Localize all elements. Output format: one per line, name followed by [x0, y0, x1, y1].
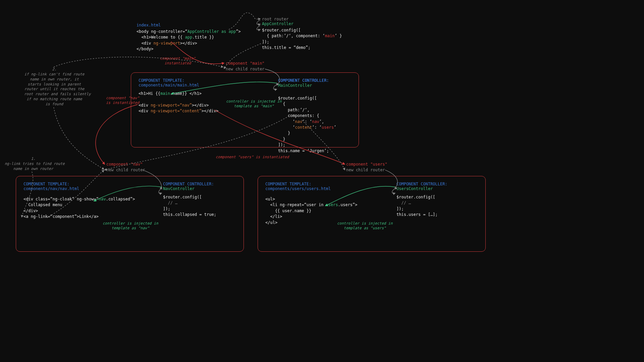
- nav-controller-code: $router.config([ // … ]); this.collapsed…: [163, 194, 216, 218]
- app-controller-label: AppController: [262, 21, 356, 26]
- label-new-child-router-users: new child router: [346, 168, 385, 172]
- users-template-heading: COMPONENT TEMPLATE: components/users/use…: [265, 182, 358, 191]
- index-html-code: <body ng-controller=“AppController as ap…: [137, 29, 240, 52]
- nav-template-code: <div class=“ng-cloak” ng-show=“nav.colla…: [23, 196, 135, 220]
- main-controller-code: $router.config([ { path:’/‘, components:…: [278, 96, 336, 154]
- label-component-users-instantiated: component "users" is instantiated: [216, 155, 289, 160]
- root-router-block: root router AppController $router.config…: [262, 17, 356, 51]
- box-main: COMPONENT TEMPLATE: components/main/main…: [131, 72, 359, 147]
- box-users: COMPONENT TEMPLATE: components/users/use…: [258, 176, 486, 252]
- root-router-label: root router: [262, 17, 356, 21]
- main-template-heading: COMPONENT TEMPLATE: components/main/main…: [139, 78, 218, 87]
- label-ctrl-injected-nav: controller is injected in template as "n…: [103, 221, 158, 231]
- label-new-child-router-main: new child router: [226, 67, 265, 71]
- note-2: 2. if ng-link can't find route name in o…: [24, 67, 85, 107]
- label-component-users: component "users": [346, 162, 387, 167]
- box-nav: COMPONENT TEMPLATE: components/nav/nav.h…: [16, 176, 244, 252]
- main-template-code: <h1>Hi {{main.name}} </h1> <div ng-viewp…: [139, 91, 218, 114]
- root-router-code: $router.config([ { path:’/‘, component: …: [262, 27, 356, 51]
- label-new-child-router-nav: new child router: [106, 168, 145, 172]
- users-controller-code: $router.config([ // … ]); this.users = […: [396, 194, 447, 218]
- users-controller-section: COMPONENT CONTROLLER: UsersController $r…: [396, 182, 447, 218]
- nav-controller-section: COMPONENT CONTROLLER: NavController $rou…: [163, 182, 216, 218]
- index-html-block: index.html <body ng-controller=“AppContr…: [137, 23, 240, 52]
- nav-template-section: COMPONENT TEMPLATE: components/nav/nav.h…: [23, 182, 135, 220]
- label-component-main: component "main": [226, 61, 265, 66]
- label-ctrl-injected-users: controller is injected in template as "u…: [337, 221, 393, 231]
- index-html-title: index.html: [137, 23, 240, 27]
- note-1: 1. ng-link tries to find route name in o…: [5, 157, 62, 172]
- nav-template-heading: COMPONENT TEMPLATE: components/nav/nav.h…: [23, 182, 135, 191]
- main-controller-section: COMPONENT CONTROLLER: COMPONENT CONTROLL…: [278, 78, 336, 154]
- users-template-section: COMPONENT TEMPLATE: components/users/use…: [265, 182, 358, 226]
- label-component-nav: component "nav": [106, 162, 143, 167]
- label-component-main-instantiated: component "main" instantiated: [160, 56, 196, 66]
- main-template-section: COMPONENT TEMPLATE: components/main/main…: [139, 78, 218, 114]
- diagram-canvas: index.html <body ng-controller=“AppContr…: [0, 0, 515, 290]
